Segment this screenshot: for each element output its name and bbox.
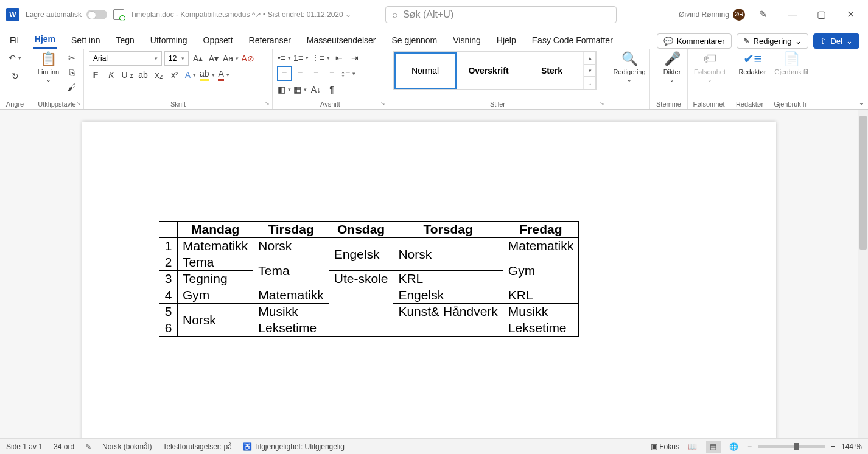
paragraph-launcher[interactable]: ↘ — [380, 100, 385, 107]
font-name-select[interactable]: Arial — [89, 51, 162, 66]
status-spellcheck-icon[interactable]: ✎ — [85, 442, 91, 451]
cell-tor12[interactable]: Norsk — [393, 238, 503, 271]
multilevel-button[interactable]: ⋮≡ — [311, 51, 330, 65]
indent-inc-button[interactable]: ⇥ — [348, 51, 362, 65]
align-center-button[interactable]: ≡ — [293, 67, 307, 80]
style-normal[interactable]: Normal — [394, 52, 457, 89]
vertical-scrollbar[interactable] — [858, 110, 868, 438]
paste-button[interactable]: 📋 Lim inn ⌄ — [35, 51, 61, 83]
comments-button[interactable]: 💬 Kommentarer — [657, 33, 732, 49]
cell-mon4[interactable]: Gym — [178, 287, 253, 304]
ribbon-collapse-button[interactable]: ⌄ — [858, 98, 864, 107]
undo-button[interactable]: ↶ — [9, 51, 22, 65]
tab-hjelp[interactable]: Hjelp — [495, 32, 517, 49]
line-spacing-button[interactable]: ↕≡ — [341, 67, 355, 80]
cut-button[interactable]: ✂ — [65, 51, 79, 65]
shading-button[interactable]: ◧ — [278, 83, 291, 96]
cell-fre5[interactable]: Musikk — [503, 304, 578, 320]
tab-settinn[interactable]: Sett inn — [70, 32, 101, 49]
page[interactable]: Mandag Tirsdag Onsdag Torsdag Fredag 1 M… — [82, 122, 776, 438]
row-num[interactable]: 2 — [159, 254, 178, 271]
editor-button[interactable]: ✔≡ Redaktør — [735, 51, 769, 75]
editing-button[interactable]: 🔍 Redigering ⌄ — [612, 51, 646, 83]
status-textpred[interactable]: Tekstforutsigelser: på — [163, 442, 231, 451]
row-num[interactable]: 4 — [159, 287, 178, 304]
shrink-font-button[interactable]: A▾ — [207, 52, 220, 65]
styles-launcher[interactable]: ↘ — [600, 100, 604, 107]
header-mon[interactable]: Mandag — [178, 222, 253, 238]
cell-tir23[interactable]: Tema — [253, 254, 329, 287]
status-words[interactable]: 34 ord — [54, 442, 74, 451]
italic-button[interactable]: K — [105, 68, 118, 82]
status-language[interactable]: Norsk (bokmål) — [102, 442, 152, 451]
sensitivity-button[interactable]: 🏷 Følsomhet ⌄ — [693, 51, 727, 83]
row-num[interactable]: 1 — [159, 238, 178, 254]
view-web-button[interactable]: 🌐 — [727, 441, 741, 453]
window-maximize[interactable]: ▢ — [811, 6, 833, 23]
borders-button[interactable]: ▦ — [293, 83, 307, 96]
tab-oppsett[interactable]: Oppsett — [202, 32, 234, 49]
scroll-thumb[interactable] — [859, 116, 867, 250]
cell-tor4[interactable]: Engelsk — [393, 287, 503, 304]
cell-fre1[interactable]: Matematikk — [503, 238, 578, 254]
cell-tor56[interactable]: Kunst& Håndverk — [393, 304, 503, 337]
justify-button[interactable]: ≡ — [325, 67, 338, 80]
cell-fre4[interactable]: KRL — [503, 287, 578, 304]
cell-fre23[interactable]: Gym — [503, 254, 578, 287]
font-launcher[interactable]: ↘ — [265, 100, 270, 107]
row-num[interactable]: 5 — [159, 304, 178, 320]
autosave-switch[interactable] — [86, 10, 107, 19]
style-overskrift[interactable]: Overskrift — [457, 52, 520, 89]
align-left-button[interactable]: ≡ — [278, 67, 291, 80]
zoom-out-button[interactable]: − — [747, 442, 752, 451]
highlight-button[interactable]: ab — [200, 68, 215, 82]
sort-button[interactable]: A↓ — [309, 83, 323, 96]
align-right-button[interactable]: ≡ — [309, 67, 323, 80]
header-ons[interactable]: Onsdag — [329, 222, 393, 238]
font-size-select[interactable]: 12 — [164, 51, 189, 66]
redo-button[interactable]: ↻ — [9, 69, 22, 83]
focus-button[interactable]: ▣ Fokus — [651, 442, 679, 451]
cell-fre6[interactable]: Leksetime — [503, 320, 578, 337]
cell-tir5[interactable]: Musikk — [253, 304, 329, 320]
header-fre[interactable]: Fredag — [503, 222, 578, 238]
pen-icon[interactable]: ✎ — [752, 6, 774, 23]
tab-segjennom[interactable]: Se gjennom — [390, 32, 438, 49]
cell-mon3[interactable]: Tegning — [178, 271, 253, 287]
share-button[interactable]: ⇧ Del ⌄ — [813, 33, 859, 49]
cell-tir4[interactable]: Matematikk — [253, 287, 329, 304]
cell-mon2[interactable]: Tema — [178, 254, 253, 271]
cell-mon56[interactable]: Norsk — [178, 304, 253, 337]
grow-font-button[interactable]: A▴ — [191, 52, 205, 65]
user-account[interactable]: Øivind Rønning ØR — [679, 9, 745, 21]
cell-tor3[interactable]: KRL — [393, 271, 503, 287]
subscript-button[interactable]: x₂ — [152, 68, 166, 82]
styles-more[interactable]: ⌄ — [584, 77, 596, 89]
tab-hjem[interactable]: Hjem — [33, 30, 57, 49]
view-read-button[interactable]: 📖 — [685, 441, 700, 453]
zoom-handle[interactable] — [794, 443, 799, 450]
indent-dec-button[interactable]: ⇤ — [332, 51, 346, 65]
styles-gallery[interactable]: Normal Overskrift Sterk ▴ ▾ ⌄ — [393, 51, 597, 90]
tab-utforming[interactable]: Utforming — [149, 32, 189, 49]
tab-referanser[interactable]: Referanser — [248, 32, 292, 49]
status-page[interactable]: Side 1 av 1 — [6, 442, 43, 451]
numbering-button[interactable]: 1≡ — [293, 51, 309, 65]
zoom-slider[interactable] — [758, 445, 825, 448]
header-tor[interactable]: Torsdag — [393, 222, 503, 238]
format-painter-button[interactable]: 🖌 — [65, 80, 79, 94]
save-icon[interactable] — [113, 9, 124, 20]
bullets-button[interactable]: •≡ — [278, 51, 291, 65]
window-close[interactable]: ✕ — [840, 6, 862, 23]
window-minimize[interactable]: — — [782, 6, 803, 23]
superscript-button[interactable]: x² — [168, 68, 181, 82]
editing-mode-button[interactable]: ✎ Redigering ⌄ — [737, 33, 809, 49]
tab-easycode[interactable]: Easy Code Formatter — [531, 32, 614, 49]
bold-button[interactable]: F — [89, 68, 102, 82]
cell-tir6[interactable]: Leksetime — [253, 320, 329, 337]
row-num[interactable]: 3 — [159, 271, 178, 287]
cell-ons12[interactable]: Engelsk — [329, 238, 393, 271]
underline-button[interactable]: U — [121, 68, 134, 82]
copy-button[interactable]: ⎘ — [65, 66, 79, 79]
cell-mon1[interactable]: Matematikk — [178, 238, 253, 254]
